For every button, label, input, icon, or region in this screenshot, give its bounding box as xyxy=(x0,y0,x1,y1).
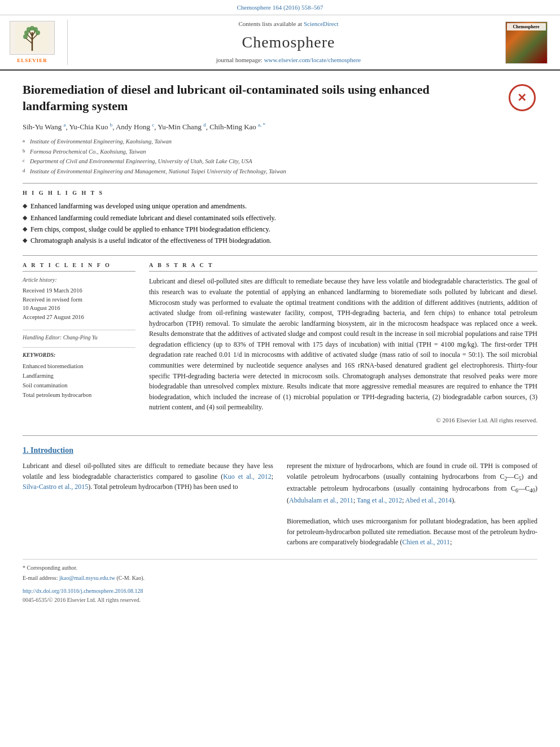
keywords-label: Keywords: xyxy=(23,351,135,360)
affil-c: c Department of Civil and Environmental … xyxy=(23,157,537,166)
keyword-4: Total petroleum hydrocarbon xyxy=(23,391,135,399)
main-content: Bioremediation of diesel and lubricant o… xyxy=(0,71,560,615)
journal-center-block: Contents lists available at ScienceDirec… xyxy=(79,20,498,65)
intro-right-text-2: Bioremediation, which uses microorganism… xyxy=(287,516,537,548)
sciencedirect-link[interactable]: ScienceDirect xyxy=(304,20,339,27)
email-address[interactable]: jkao@mail.nsysu.edu.tw xyxy=(59,575,115,581)
highlight-4: ◆ Chromatograph analysis is a useful ind… xyxy=(23,236,537,246)
abstract-heading: A B S T R A C T xyxy=(149,261,537,272)
intro-right-col: represent the mixture of hydrocarbons, w… xyxy=(287,461,537,548)
intro-left-col: Lubricant and diesel oil-polluted sites … xyxy=(23,461,273,548)
corresponding-note: * Corresponding author. xyxy=(23,564,537,573)
introduction-heading: 1. Introduction xyxy=(23,445,537,456)
received-date: Received 19 March 2016 xyxy=(23,286,135,295)
ref-chien2011[interactable]: Chien et al., 2011 xyxy=(403,538,450,546)
affil-d: d Institute of Environmental Engineering… xyxy=(23,167,537,176)
ref-tang2012[interactable]: Tang et al., 2012 xyxy=(357,496,402,504)
article-history-label: Article history: xyxy=(23,276,135,285)
crossmark-badge[interactable]: ✕ xyxy=(506,82,537,113)
journal-header: ELSEVIER Contents lists available at Sci… xyxy=(0,15,560,71)
author-chihmingkao: Chih-Ming Kao a, * xyxy=(209,123,265,131)
affil-a-text: Institute of Environmental Engineering, … xyxy=(30,137,172,146)
ref-silva2015[interactable]: Silva-Castro et al., xyxy=(23,483,73,491)
doi-line[interactable]: http://dx.doi.org/10.1016/j.chemosphere.… xyxy=(23,587,537,596)
intro-number: 1. xyxy=(23,446,29,455)
highlight-3-text: Fern chips, compost, sludge could be app… xyxy=(30,225,270,234)
abstract-col: A B S T R A C T Lubricant and diesel oil… xyxy=(149,261,537,425)
highlights-divider xyxy=(23,183,537,184)
author-yuchia: Yu-Chia Kuo b, xyxy=(69,123,114,131)
svg-point-12 xyxy=(30,26,34,30)
highlight-2: ◆ Enhanced landfarming could remediate l… xyxy=(23,213,537,223)
intro-two-col: Lubricant and diesel oil-polluted sites … xyxy=(23,461,537,548)
article-info-heading: A R T I C L E I N F O xyxy=(23,261,135,272)
sciencedirect-line: Contents lists available at ScienceDirec… xyxy=(238,20,338,29)
intro-divider xyxy=(23,435,537,436)
issn-line: 0045-6535/© 2016 Elsevier Ltd. All right… xyxy=(23,596,537,605)
homepage-line: journal homepage: www.elsevier.com/locat… xyxy=(216,56,361,65)
author-sihyu: Sih-Yu Wang a, xyxy=(23,123,68,131)
ref-abed2014[interactable]: Abed et al., 2014 xyxy=(405,496,452,504)
intro-right-text: represent the mixture of hydrocarbons, w… xyxy=(287,461,537,505)
homepage-link[interactable]: www.elsevier.com/locate/chemosphere xyxy=(264,56,361,63)
journal-thumbnail: Chemosphere xyxy=(504,20,549,65)
ref-abdulsalam[interactable]: Abdulsalam et al., 2011 xyxy=(289,496,353,504)
email-label: E-mail address: xyxy=(23,575,58,581)
elsevier-label: ELSEVIER xyxy=(17,57,47,64)
revised-label: Received in revised form xyxy=(23,295,135,304)
article-body-two-col: A R T I C L E I N F O Article history: R… xyxy=(23,261,537,425)
highlight-4-text: Chromatograph analysis is a useful indic… xyxy=(30,236,272,246)
article-history: Article history: Received 19 March 2016 … xyxy=(23,276,135,322)
highlight-2-text: Enhanced landfarming could remediate lub… xyxy=(30,213,276,223)
authors-line: Sih-Yu Wang a, Yu-Chia Kuo b, Andy Hong … xyxy=(23,121,537,133)
journal-name-heading: Chemosphere xyxy=(242,31,335,54)
article-info-col: A R T I C L E I N F O Article history: R… xyxy=(23,261,135,425)
ref-kuo2012[interactable]: Kuo et al., 2012 xyxy=(223,473,271,480)
revised-date: 10 August 2016 xyxy=(23,304,135,313)
email-suffix: (C-M. Kao). xyxy=(116,575,145,581)
copyright-line: © 2016 Elsevier Ltd. All rights reserved… xyxy=(149,416,537,425)
keyword-1: Enhanced bioremediation xyxy=(23,362,135,370)
intro-left-text: Lubricant and diesel oil-polluted sites … xyxy=(23,461,273,492)
crossmark-icon: ✕ xyxy=(509,84,536,111)
handling-editor-text: Handling Editor: Chang-Ping Yu xyxy=(23,334,98,340)
affil-b-text: Formosa Petrochemical Co., Kaohsiung, Ta… xyxy=(30,147,146,156)
article-title-block: Bioremediation of diesel and lubricant o… xyxy=(23,82,537,114)
author-yumin: Yu-Min Chang d, xyxy=(158,123,208,131)
intro-title: Introduction xyxy=(30,446,73,455)
elsevier-tree-logo xyxy=(10,21,55,55)
journal-cover-image: Chemosphere xyxy=(505,21,548,64)
affil-d-text: Institute of Environmental Engineering a… xyxy=(30,167,286,176)
accepted-date: Accepted 27 August 2016 xyxy=(23,313,135,322)
highlight-1-text: Enhanced landfarming was developed using… xyxy=(30,202,247,211)
main-divider xyxy=(23,255,537,256)
keyword-3: Soil contamination xyxy=(23,381,135,390)
article-footer: * Corresponding author. E-mail address: … xyxy=(23,559,537,605)
journal-reference-bar: Chemosphere 164 (2016) 558–567 xyxy=(0,0,560,15)
affiliations-block: a Institute of Environmental Engineering… xyxy=(23,137,537,176)
introduction-section: 1. Introduction Lubricant and diesel oil… xyxy=(23,445,537,548)
highlight-1: ◆ Enhanced landfarming was developed usi… xyxy=(23,202,537,211)
article-title-text: Bioremediation of diesel and lubricant o… xyxy=(23,82,430,113)
journal-ref-text: Chemosphere 164 (2016) 558–567 xyxy=(237,4,323,11)
highlights-section: H I G H L I G H T S ◆ Enhanced landfarmi… xyxy=(23,189,537,246)
journal-thumb-label: Chemosphere xyxy=(507,23,546,31)
article-info-section: A R T I C L E I N F O Article history: R… xyxy=(23,261,135,322)
affil-a: a Institute of Environmental Engineering… xyxy=(23,137,537,146)
handling-editor: Handling Editor: Chang-Ping Yu xyxy=(23,330,135,342)
author-andy: Andy Hong c, xyxy=(116,123,156,131)
abstract-text: Lubricant and diesel oil-polluted sites … xyxy=(149,276,537,413)
svg-point-7 xyxy=(23,34,28,39)
affil-b: b Formosa Petrochemical Co., Kaohsiung, … xyxy=(23,147,537,156)
abstract-section: A B S T R A C T Lubricant and diesel oil… xyxy=(149,261,537,425)
keywords-section: Keywords: Enhanced bioremediation Landfa… xyxy=(23,347,135,399)
highlights-heading: H I G H L I G H T S xyxy=(23,189,537,198)
elsevier-logo-area: ELSEVIER xyxy=(6,20,68,65)
ref-silva2015b[interactable]: 2015 xyxy=(75,483,88,491)
keyword-2: Landfarming xyxy=(23,372,135,380)
affil-c-text: Department of Civil and Environmental En… xyxy=(30,157,252,166)
highlight-3: ◆ Fern chips, compost, sludge could be a… xyxy=(23,225,537,234)
email-note: E-mail address: jkao@mail.nsysu.edu.tw (… xyxy=(23,574,537,583)
